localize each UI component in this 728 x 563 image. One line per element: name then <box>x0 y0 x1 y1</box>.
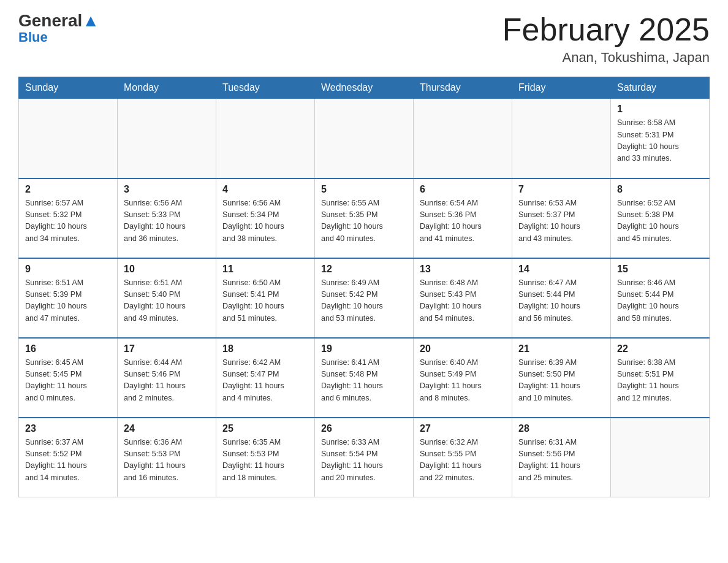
day-info: Sunrise: 6:40 AMSunset: 5:49 PMDaylight:… <box>420 357 506 405</box>
day-number: 1 <box>617 104 703 115</box>
day-number: 18 <box>222 343 308 354</box>
calendar-cell: 7Sunrise: 6:53 AMSunset: 5:37 PMDaylight… <box>512 178 611 258</box>
day-number: 5 <box>321 184 407 195</box>
day-number: 25 <box>222 423 308 434</box>
day-number: 10 <box>124 264 210 275</box>
day-number: 28 <box>518 423 604 434</box>
calendar-table: SundayMondayTuesdayWednesdayThursdayFrid… <box>18 77 710 497</box>
day-info: Sunrise: 6:38 AMSunset: 5:51 PMDaylight:… <box>617 357 703 405</box>
day-number: 17 <box>124 343 210 354</box>
calendar-cell: 19Sunrise: 6:41 AMSunset: 5:48 PMDayligh… <box>315 338 414 418</box>
day-number: 23 <box>25 423 111 434</box>
day-info: Sunrise: 6:36 AMSunset: 5:53 PMDaylight:… <box>124 437 210 484</box>
page-header: General▲ Blue February 2025 Anan, Tokush… <box>18 12 710 66</box>
calendar-cell: 14Sunrise: 6:47 AMSunset: 5:44 PMDayligh… <box>512 258 611 338</box>
day-number: 14 <box>518 264 604 275</box>
day-number: 24 <box>124 423 210 434</box>
calendar-cell: 26Sunrise: 6:33 AMSunset: 5:54 PMDayligh… <box>315 418 414 497</box>
day-number: 21 <box>518 343 604 354</box>
day-info: Sunrise: 6:37 AMSunset: 5:52 PMDaylight:… <box>25 437 111 484</box>
calendar-cell <box>512 99 611 178</box>
header-tuesday: Tuesday <box>216 77 315 99</box>
logo-general-text: General▲ <box>18 12 99 29</box>
calendar-cell: 12Sunrise: 6:49 AMSunset: 5:42 PMDayligh… <box>315 258 414 338</box>
day-number: 12 <box>321 264 407 275</box>
day-info: Sunrise: 6:32 AMSunset: 5:55 PMDaylight:… <box>420 437 506 484</box>
logo-triangle-icon: ▲ <box>82 11 99 30</box>
day-info: Sunrise: 6:49 AMSunset: 5:42 PMDaylight:… <box>321 277 407 325</box>
day-info: Sunrise: 6:54 AMSunset: 5:36 PMDaylight:… <box>420 197 506 245</box>
day-info: Sunrise: 6:42 AMSunset: 5:47 PMDaylight:… <box>222 357 308 405</box>
week-row-0: 1Sunrise: 6:58 AMSunset: 5:31 PMDaylight… <box>19 99 710 178</box>
calendar-cell: 3Sunrise: 6:56 AMSunset: 5:33 PMDaylight… <box>118 178 216 258</box>
calendar-cell: 13Sunrise: 6:48 AMSunset: 5:43 PMDayligh… <box>414 258 512 338</box>
calendar-cell: 9Sunrise: 6:51 AMSunset: 5:39 PMDaylight… <box>19 258 118 338</box>
week-row-3: 16Sunrise: 6:45 AMSunset: 5:45 PMDayligh… <box>19 338 710 418</box>
day-info: Sunrise: 6:53 AMSunset: 5:37 PMDaylight:… <box>518 197 604 245</box>
day-number: 15 <box>617 264 703 275</box>
calendar-cell: 10Sunrise: 6:51 AMSunset: 5:40 PMDayligh… <box>118 258 216 338</box>
calendar-cell: 6Sunrise: 6:54 AMSunset: 5:36 PMDaylight… <box>414 178 512 258</box>
day-number: 26 <box>321 423 407 434</box>
day-info: Sunrise: 6:50 AMSunset: 5:41 PMDaylight:… <box>222 277 308 325</box>
day-info: Sunrise: 6:48 AMSunset: 5:43 PMDaylight:… <box>420 277 506 325</box>
calendar-cell: 4Sunrise: 6:56 AMSunset: 5:34 PMDaylight… <box>216 178 315 258</box>
calendar-cell: 1Sunrise: 6:58 AMSunset: 5:31 PMDaylight… <box>611 99 710 178</box>
header-wednesday: Wednesday <box>315 77 414 99</box>
day-info: Sunrise: 6:44 AMSunset: 5:46 PMDaylight:… <box>124 357 210 405</box>
day-info: Sunrise: 6:56 AMSunset: 5:33 PMDaylight:… <box>124 197 210 245</box>
logo-blue-text: Blue <box>18 29 48 45</box>
calendar-cell <box>118 99 216 178</box>
calendar-cell <box>19 99 118 178</box>
logo: General▲ Blue <box>18 12 99 45</box>
calendar-cell: 25Sunrise: 6:35 AMSunset: 5:53 PMDayligh… <box>216 418 315 497</box>
header-friday: Friday <box>512 77 611 99</box>
calendar-cell: 24Sunrise: 6:36 AMSunset: 5:53 PMDayligh… <box>118 418 216 497</box>
calendar-cell: 15Sunrise: 6:46 AMSunset: 5:44 PMDayligh… <box>611 258 710 338</box>
day-info: Sunrise: 6:46 AMSunset: 5:44 PMDaylight:… <box>617 277 703 325</box>
day-info: Sunrise: 6:47 AMSunset: 5:44 PMDaylight:… <box>518 277 604 325</box>
calendar-cell: 22Sunrise: 6:38 AMSunset: 5:51 PMDayligh… <box>611 338 710 418</box>
day-number: 9 <box>25 264 111 275</box>
day-info: Sunrise: 6:57 AMSunset: 5:32 PMDaylight:… <box>25 197 111 245</box>
week-row-1: 2Sunrise: 6:57 AMSunset: 5:32 PMDaylight… <box>19 178 710 258</box>
calendar-cell: 8Sunrise: 6:52 AMSunset: 5:38 PMDaylight… <box>611 178 710 258</box>
title-block: February 2025 Anan, Tokushima, Japan <box>502 12 710 66</box>
week-row-2: 9Sunrise: 6:51 AMSunset: 5:39 PMDaylight… <box>19 258 710 338</box>
day-number: 4 <box>222 184 308 195</box>
day-number: 20 <box>420 343 506 354</box>
calendar-cell: 17Sunrise: 6:44 AMSunset: 5:46 PMDayligh… <box>118 338 216 418</box>
calendar-cell <box>414 99 512 178</box>
day-number: 8 <box>617 184 703 195</box>
header-row: SundayMondayTuesdayWednesdayThursdayFrid… <box>19 77 710 99</box>
header-monday: Monday <box>118 77 216 99</box>
day-info: Sunrise: 6:33 AMSunset: 5:54 PMDaylight:… <box>321 437 407 484</box>
calendar-title: February 2025 <box>502 12 710 47</box>
day-number: 19 <box>321 343 407 354</box>
calendar-cell: 27Sunrise: 6:32 AMSunset: 5:55 PMDayligh… <box>414 418 512 497</box>
calendar-cell: 11Sunrise: 6:50 AMSunset: 5:41 PMDayligh… <box>216 258 315 338</box>
calendar-cell <box>315 99 414 178</box>
day-number: 13 <box>420 264 506 275</box>
calendar-subtitle: Anan, Tokushima, Japan <box>502 50 710 66</box>
calendar-cell <box>216 99 315 178</box>
header-saturday: Saturday <box>611 77 710 99</box>
day-number: 11 <box>222 264 308 275</box>
day-number: 27 <box>420 423 506 434</box>
day-info: Sunrise: 6:52 AMSunset: 5:38 PMDaylight:… <box>617 197 703 245</box>
calendar-cell: 23Sunrise: 6:37 AMSunset: 5:52 PMDayligh… <box>19 418 118 497</box>
calendar-cell <box>611 418 710 497</box>
day-info: Sunrise: 6:45 AMSunset: 5:45 PMDaylight:… <box>25 357 111 405</box>
day-number: 22 <box>617 343 703 354</box>
calendar-cell: 16Sunrise: 6:45 AMSunset: 5:45 PMDayligh… <box>19 338 118 418</box>
week-row-4: 23Sunrise: 6:37 AMSunset: 5:52 PMDayligh… <box>19 418 710 497</box>
day-info: Sunrise: 6:51 AMSunset: 5:40 PMDaylight:… <box>124 277 210 325</box>
day-info: Sunrise: 6:39 AMSunset: 5:50 PMDaylight:… <box>518 357 604 405</box>
calendar-cell: 2Sunrise: 6:57 AMSunset: 5:32 PMDaylight… <box>19 178 118 258</box>
day-number: 16 <box>25 343 111 354</box>
day-info: Sunrise: 6:55 AMSunset: 5:35 PMDaylight:… <box>321 197 407 245</box>
calendar-cell: 20Sunrise: 6:40 AMSunset: 5:49 PMDayligh… <box>414 338 512 418</box>
calendar-cell: 28Sunrise: 6:31 AMSunset: 5:56 PMDayligh… <box>512 418 611 497</box>
day-info: Sunrise: 6:41 AMSunset: 5:48 PMDaylight:… <box>321 357 407 405</box>
day-number: 3 <box>124 184 210 195</box>
